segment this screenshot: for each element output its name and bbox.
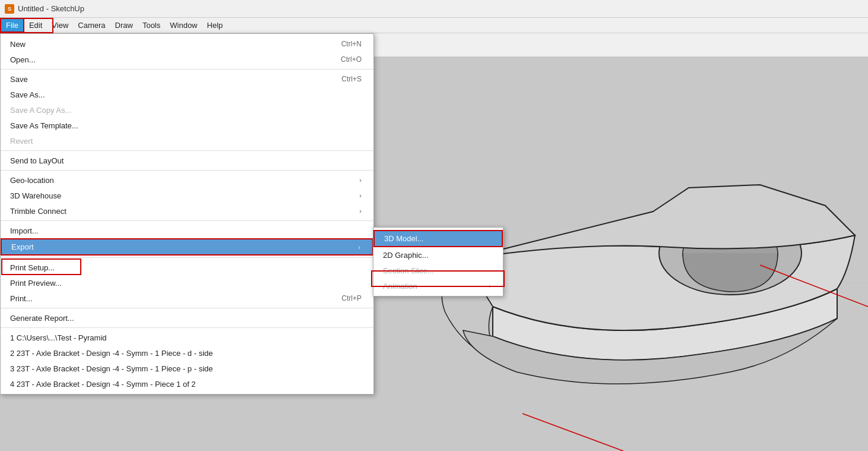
titlebar: S Untitled - SketchUp	[0, 0, 868, 18]
separator7	[1, 327, 373, 328]
separator2	[1, 150, 373, 151]
menu-print-setup[interactable]: Print Setup...	[1, 260, 373, 275]
menu-save-as[interactable]: Save As...	[1, 87, 373, 102]
menu-send-layout[interactable]: Send to LayOut	[1, 153, 373, 168]
menu-3d-warehouse[interactable]: 3D Warehouse ›	[1, 188, 373, 203]
menu-save-copy: Save A Copy As...	[1, 102, 373, 118]
separator3	[1, 170, 373, 171]
separator	[1, 69, 373, 70]
menu-import[interactable]: Import...	[1, 223, 373, 238]
menu-recent2[interactable]: 2 23T - Axle Bracket - Design -4 - Symm …	[1, 345, 373, 361]
export-section-slice: Section Slice...	[373, 263, 503, 278]
separator5	[1, 257, 373, 258]
menu-draw[interactable]: Draw	[110, 18, 138, 33]
menu-revert: Revert	[1, 133, 373, 149]
menu-window[interactable]: Window	[165, 18, 202, 33]
menu-tools[interactable]: Tools	[138, 18, 165, 33]
menu-trimble[interactable]: Trimble Connect ›	[1, 203, 373, 219]
menu-new[interactable]: New Ctrl+N	[1, 36, 373, 52]
export-animation: Animation ›	[373, 278, 503, 294]
menu-export[interactable]: Export ›	[1, 238, 373, 256]
export-submenu: 3D Model... 2D Graphic... Section Slice.…	[373, 227, 503, 297]
menu-print[interactable]: Print... Ctrl+P	[1, 291, 373, 306]
menu-edit[interactable]: Edit	[24, 18, 47, 33]
menu-open[interactable]: Open... Ctrl+O	[1, 52, 373, 67]
separator4	[1, 220, 373, 221]
menu-help[interactable]: Help	[202, 18, 228, 33]
menu-camera[interactable]: Camera	[73, 18, 110, 33]
export-3d-model[interactable]: 3D Model...	[373, 230, 503, 247]
menu-recent1[interactable]: 1 C:\Users\...\Test - Pyramid	[1, 330, 373, 345]
menu-save-template[interactable]: Save As Template...	[1, 118, 373, 133]
menu-recent3[interactable]: 3 23T - Axle Bracket - Design -4 - Symm …	[1, 361, 373, 376]
menu-generate-report[interactable]: Generate Report...	[1, 310, 373, 326]
menu-save[interactable]: Save Ctrl+S	[1, 71, 373, 87]
export-2d-graphic[interactable]: 2D Graphic...	[373, 247, 503, 263]
menu-recent4[interactable]: 4 23T - Axle Bracket - Design -4 - Symm …	[1, 376, 373, 392]
window-title: Untitled - SketchUp	[18, 4, 84, 13]
app-icon: S	[5, 4, 14, 14]
separator6	[1, 308, 373, 308]
menu-file[interactable]: File	[0, 18, 24, 33]
menubar: File Edit View Camera Draw Tools Window …	[0, 18, 868, 33]
menu-print-preview[interactable]: Print Preview...	[1, 275, 373, 291]
file-menu-dropdown: New Ctrl+N Open... Ctrl+O Save Ctrl+S Sa…	[0, 33, 374, 395]
menu-geo-location[interactable]: Geo-location ›	[1, 172, 373, 188]
menu-view[interactable]: View	[47, 18, 73, 33]
